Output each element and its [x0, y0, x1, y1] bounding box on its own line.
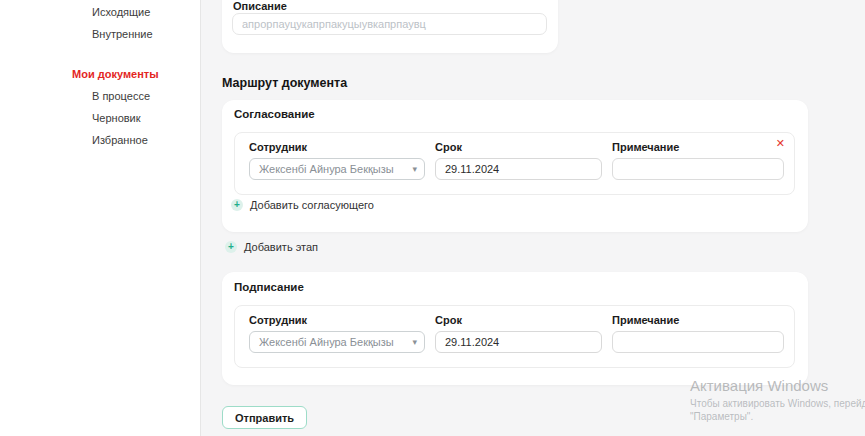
employee-select[interactable]: Жексенбі Айнура Бекқызы ▾	[249, 331, 425, 353]
route-section-title: Маршрут документа	[222, 76, 347, 90]
sidebar-item-internal[interactable]: Внутренние	[0, 23, 200, 45]
note-field: Примечание	[612, 306, 784, 367]
due-date-label: Срок	[435, 315, 462, 326]
description-input[interactable]	[232, 13, 547, 35]
employee-field: Сотрудник Жексенбі Айнура Бекқызы ▾	[249, 306, 425, 367]
sidebar-item-my-documents[interactable]: Мои документы	[0, 63, 200, 85]
submit-button[interactable]: Отправить	[222, 406, 307, 429]
sidebar: Исходящие Внутренние Мои документы В про…	[0, 0, 201, 436]
chevron-down-icon: ▾	[412, 164, 417, 174]
plus-icon: +	[231, 199, 243, 211]
add-approver-label: Добавить согласующего	[250, 199, 374, 211]
employee-select-value: Жексенбі Айнура Бекқызы	[259, 163, 394, 175]
note-label: Примечание	[612, 315, 679, 326]
note-field: Примечание	[612, 133, 784, 194]
plus-icon: +	[225, 241, 237, 253]
add-stage-label: Добавить этап	[244, 241, 318, 253]
sidebar-item-draft[interactable]: Черновик	[0, 107, 200, 129]
employee-select-value: Жексенбі Айнура Бекқызы	[259, 336, 394, 348]
signing-stage-title: Подписание	[234, 281, 304, 293]
employee-field: Сотрудник Жексенбі Айнура Бекқызы ▾	[249, 133, 425, 194]
note-input[interactable]	[612, 331, 784, 353]
watermark-line-1: Чтобы активировать Windows, перейди	[690, 398, 865, 409]
due-date-input[interactable]	[435, 331, 602, 353]
signing-stage-card: Подписание Сотрудник Жексенбі Айнура Бек…	[222, 272, 808, 385]
signing-row: Сотрудник Жексенбі Айнура Бекқызы ▾ Срок…	[234, 305, 795, 368]
approval-stage-card: Согласование Сотрудник Жексенбі Айнура Б…	[222, 100, 808, 232]
description-label: Описание	[233, 1, 287, 12]
description-card: Описание	[222, 0, 558, 53]
due-date-field: Срок	[435, 133, 602, 194]
sidebar-item-in-progress[interactable]: В процессе	[0, 85, 200, 107]
employee-label: Сотрудник	[249, 315, 307, 326]
add-stage-button[interactable]: + Добавить этап	[225, 241, 318, 253]
due-date-input[interactable]	[435, 158, 602, 180]
employee-select[interactable]: Жексенбі Айнура Бекқызы ▾	[249, 158, 425, 180]
sidebar-item-favorites[interactable]: Избранное	[0, 129, 200, 151]
employee-label: Сотрудник	[249, 142, 307, 153]
note-input[interactable]	[612, 158, 784, 180]
note-label: Примечание	[612, 142, 679, 153]
approval-row: Сотрудник Жексенбі Айнура Бекқызы ▾ Срок…	[234, 132, 795, 195]
watermark-line-2: "Параметры".	[690, 411, 865, 422]
due-date-field: Срок	[435, 306, 602, 367]
chevron-down-icon: ▾	[412, 337, 417, 347]
approval-stage-title: Согласование	[234, 108, 315, 120]
due-date-label: Срок	[435, 142, 462, 153]
add-approver-button[interactable]: + Добавить согласующего	[231, 199, 374, 211]
sidebar-item-outgoing[interactable]: Исходящие	[0, 1, 200, 23]
remove-row-button[interactable]: ✕	[776, 138, 785, 149]
